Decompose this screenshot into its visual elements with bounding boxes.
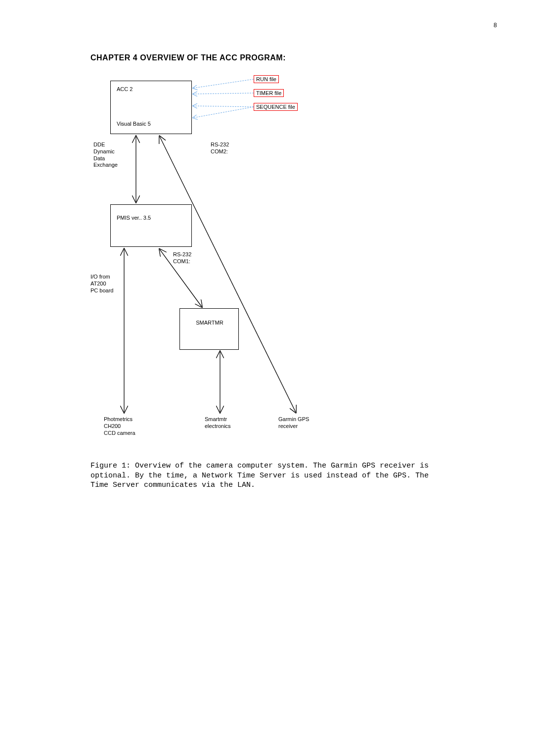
smartmr-box: SMARTMR (179, 308, 239, 350)
overview-diagram: ACC 2 Visual Basic 5 PMIS ver.. 3.5 SMAR… (90, 73, 446, 454)
run-file-box: RUN file (254, 75, 279, 83)
timer-file-box: TIMER file (254, 89, 284, 97)
garmin-gps-label: Garmin GPS receiver (278, 416, 309, 430)
figure-caption: Figure 1: Overview of the camera compute… (90, 461, 446, 490)
io-at200-label: I/O from AT200 PC board (90, 274, 113, 294)
acc-box: ACC 2 Visual Basic 5 (110, 81, 192, 134)
svg-line-3 (193, 107, 254, 118)
svg-line-5 (160, 137, 296, 412)
pmis-box: PMIS ver.. 3.5 (110, 204, 192, 247)
svg-line-0 (193, 79, 254, 88)
svg-line-2 (193, 106, 254, 107)
page: 8 CHAPTER 4 OVERVIEW OF THE ACC PROGRAM: (0, 0, 534, 756)
chapter-heading: CHAPTER 4 OVERVIEW OF THE ACC PROGRAM: (90, 53, 286, 62)
photmetrics-label: Photmetrics CH200 CCD camera (104, 416, 135, 436)
pmis-title: PMIS ver.. 3.5 (117, 215, 151, 222)
smartmr-title: SMARTMR (185, 320, 234, 327)
smartmtr-electronics-label: Smartmtr electronics (205, 416, 231, 430)
page-number: 8 (493, 22, 497, 29)
vb5-label: Visual Basic 5 (117, 121, 151, 128)
dde-label: DDE Dynamic Data Exchange (93, 142, 118, 169)
svg-line-1 (193, 93, 254, 94)
acc-title: ACC 2 (117, 86, 133, 93)
sequence-file-box: SEQUENCE file (254, 103, 298, 111)
rs232-com2-label: RS-232 COM2: (211, 142, 229, 155)
rs232-com1-label: RS-232 COM1: (173, 251, 191, 265)
